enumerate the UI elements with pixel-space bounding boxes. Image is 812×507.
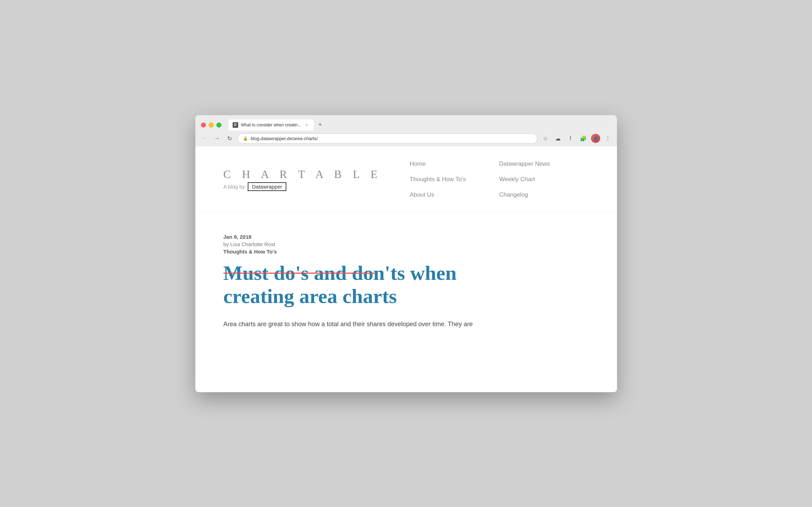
maximize-button[interactable] [216,123,221,127]
bookmark-star-icon[interactable]: ☆ [540,133,550,143]
nav-item-thoughts[interactable]: Thoughts & How To's [410,176,499,183]
nav-item-weekly-chart[interactable]: Weekly Chart [499,176,589,183]
logo-brand: Datawrapper [248,182,286,191]
browser-chrome: D What to consider when creatin... × + ←… [195,115,617,146]
lock-icon: 🔒 [243,136,248,141]
article-title-line2: creating area charts [223,285,483,308]
browser-titlebar: D What to consider when creatin... × + [195,115,617,131]
menu-icon[interactable]: ⋮ [603,133,613,143]
nav-item-changelog[interactable]: Changelog [499,191,589,198]
site-header: C H A R T A B L E A blog by Datawrapper … [195,146,617,213]
site-logo: C H A R T A B L E A blog by Datawrapper [223,168,382,191]
tab-favicon-icon: D [233,122,238,128]
browser-window: D What to consider when creatin... × + ←… [195,115,617,392]
article-content: Jan 9, 2018 by Lisa Charlotte Rost Thoug… [195,213,512,344]
tab-close-button[interactable]: × [304,122,310,128]
back-button[interactable]: ← [200,133,209,143]
site-navigation: Home Thoughts & How To's About Us Datawr… [410,160,589,198]
nav-item-datawrapper-news[interactable]: Datawrapper News [499,160,589,167]
minimize-button[interactable] [209,123,214,127]
logo-subtitle: A blog by Datawrapper [223,182,382,191]
traffic-lights [201,123,221,127]
article-title: Must do's and don'ts when creating area … [223,262,483,308]
tab-bar: D What to consider when creatin... × + [228,119,611,131]
toolbar-actions: ☆ ☁ I 🧩 👤 ⋮ [540,133,613,143]
website-content: C H A R T A B L E A blog by Datawrapper … [195,146,617,392]
url-text: blog.datawrapper.de/area-charts/ [251,136,532,141]
article-meta: Jan 9, 2018 by Lisa Charlotte Rost Thoug… [223,234,483,255]
address-bar[interactable]: 🔒 blog.datawrapper.de/area-charts/ [238,133,538,144]
article-title-line1: Must do's and don'ts when [223,262,483,285]
nav-column-2: Datawrapper News Weekly Chart Changelog [499,160,589,198]
article-category: Thoughts & How To's [223,249,483,255]
article-body-intro: Area charts are great to show how a tota… [223,319,483,330]
tab-title: What to consider when creatin... [241,123,301,127]
nav-item-home[interactable]: Home [410,160,499,167]
browser-tab[interactable]: D What to consider when creatin... × [228,119,314,131]
cursor-tool-icon[interactable]: I [566,133,576,143]
new-tab-button[interactable]: + [315,120,325,130]
article-date: Jan 9, 2018 [223,234,483,240]
refresh-button[interactable]: ↻ [225,133,235,143]
cloud-icon[interactable]: ☁ [553,133,563,143]
article-author: by Lisa Charlotte Rost [223,241,483,247]
forward-button[interactable]: → [212,133,222,143]
nav-column-1: Home Thoughts & How To's About Us [410,160,499,198]
extensions-icon[interactable]: 🧩 [578,133,588,143]
logo-subtitle-text: A blog by [223,184,245,190]
browser-toolbar: ← → ↻ 🔒 blog.datawrapper.de/area-charts/… [195,131,617,146]
close-button[interactable] [201,123,206,127]
nav-item-about[interactable]: About Us [410,191,499,198]
logo-title: C H A R T A B L E [223,168,382,181]
strikethrough-decoration [223,272,375,274]
user-avatar[interactable]: 👤 [591,134,600,143]
